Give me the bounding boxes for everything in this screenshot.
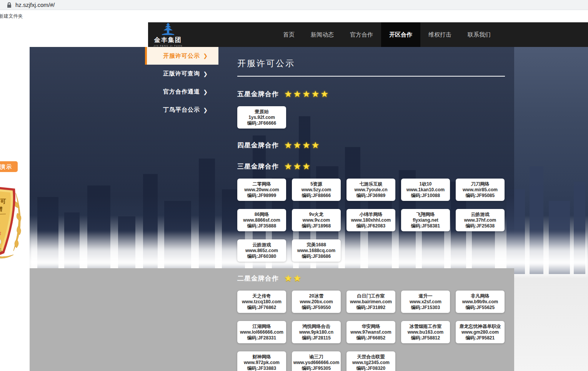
partner-card[interactable]: 道升一www.x2sf.com编码:JF15303 xyxy=(401,291,450,313)
partner-url: www.tzcq180.com xyxy=(242,299,282,305)
sidebar-item-1[interactable]: 开服许可公示❯ xyxy=(145,47,218,65)
partner-name: 道升一 xyxy=(419,293,433,299)
nav-item-4[interactable]: 开区合作 xyxy=(381,22,420,47)
browser-address-bar[interactable]: hz.szjfxj.com/#/ xyxy=(0,0,588,10)
partner-name: 白日门工作室 xyxy=(357,293,385,299)
lock-icon xyxy=(7,2,12,8)
partner-url: www.ysd666666.com xyxy=(293,360,340,366)
partner-card[interactable]: 小绵羊网络www.180xhhl.com编码:JF62083 xyxy=(346,209,395,231)
partner-card[interactable]: 鸿悦网络合击www.9pk180.cn编码:JF28115 xyxy=(292,321,341,343)
partner-code: 编码:JF36989 xyxy=(356,193,385,199)
chevron-right-icon: ❯ xyxy=(203,89,208,95)
nav-item-1[interactable]: 首页 xyxy=(275,22,303,47)
partner-code: 编码:JF62083 xyxy=(356,223,385,229)
partner-name: 9v火龙 xyxy=(309,212,323,217)
partner-card[interactable]: 飞翔网络flyxiang.net编码:JF58381 xyxy=(401,209,450,231)
nav-item-3[interactable]: 官方合作 xyxy=(342,22,381,47)
chevron-right-icon: ❯ xyxy=(203,107,208,113)
sidebar-item-label: 丁鸟平台公示 xyxy=(163,106,200,114)
partner-card[interactable]: 江湖网络www.lol666666.com编码:JF28331 xyxy=(237,321,286,343)
partner-card[interactable]: 二零网络www.20ww.com编码:JF98999 xyxy=(237,179,286,201)
bookmark-folder[interactable]: 新建文件夹 xyxy=(0,13,23,20)
partner-code: 编码:JF66666 xyxy=(247,120,276,126)
partner-card[interactable]: 华安网络www.97wansf.com编码:JF66852 xyxy=(346,321,395,343)
partner-name: 20冰雪 xyxy=(309,293,323,299)
partner-code: 编码:JF98999 xyxy=(247,193,276,199)
partner-card[interactable]: 20冰雪www.20bx.com编码:JF59550 xyxy=(292,291,341,313)
nav-item-2[interactable]: 新闻动态 xyxy=(303,22,342,47)
partner-card-grid: 天之传奇www.tzcq180.com编码:JF7686220冰雪www.20b… xyxy=(237,291,505,371)
partner-card[interactable]: 冰雪烟雨工作室www.bu163.com编码:JF58812 xyxy=(401,321,450,343)
partner-card[interactable]: 云皓游戏www.37hf.com编码:JF25638 xyxy=(456,209,505,231)
partner-url: www.tg2345.com xyxy=(352,360,390,366)
partner-url: 1ys.92f.com xyxy=(248,115,275,120)
section-4: 二星金牌合作★★天之传奇www.tzcq180.com编码:JF7686220冰… xyxy=(237,274,505,371)
nav-item-5[interactable]: 维权打击 xyxy=(420,22,460,47)
demo-tab[interactable]: 演示 xyxy=(0,161,18,172)
partner-card-grid: 壹原始1ys.92f.com编码:JF66666 xyxy=(237,106,505,129)
partner-name: 非凡网络 xyxy=(471,293,490,299)
partner-code: 编码:JF55625 xyxy=(466,305,495,311)
partner-code: 编码:JF38686 xyxy=(302,254,331,259)
partner-card[interactable]: 9v火龙www.9v.com编码:JF18968 xyxy=(292,209,341,231)
partner-card[interactable]: 86网络www.8866sf.com编码:JF35888 xyxy=(237,209,286,231)
partner-url: www.180xhhl.com xyxy=(351,217,391,223)
partner-name: 1砍10 xyxy=(419,181,431,187)
partner-url: www.lol666666.com xyxy=(240,329,283,335)
partner-card[interactable]: 七游乐互娱www.7youle.cn编码:JF36989 xyxy=(346,179,395,201)
partner-code: 编码:JF31892 xyxy=(356,305,385,311)
section-heading: 四星金牌合作★★★★ xyxy=(237,141,505,150)
chevron-right-icon: ❯ xyxy=(203,71,208,77)
partner-code: 编码:JF28331 xyxy=(247,335,276,341)
partner-name: 壹原始 xyxy=(255,109,269,115)
partner-url: www.9v.com xyxy=(303,217,330,223)
star-icons: ★★★ xyxy=(284,162,311,171)
partner-card[interactable]: 天之传奇www.tzcq180.com编码:JF76862 xyxy=(237,291,286,313)
partner-code: 编码:JF95305 xyxy=(302,366,331,371)
partner-code: 编码:JF35888 xyxy=(247,223,276,229)
partner-url: www.37hf.com xyxy=(464,217,496,223)
partner-code: 编码:JF10088 xyxy=(411,193,440,199)
partner-card[interactable]: 5资源www.5zy.com编码:JF88666 xyxy=(292,179,341,201)
badge-text-line4: 码 xyxy=(0,248,2,252)
partner-url: www.7youle.cn xyxy=(354,187,387,193)
partner-url: www.9pk180.cn xyxy=(299,329,333,335)
partner-card[interactable]: 财神网络www.972pk.com编码:JF33883 xyxy=(237,351,286,371)
site-logo[interactable]: 金丰集团 JIN FENG JI TUAN xyxy=(152,23,184,47)
nav-item-6[interactable]: 联系我们 xyxy=(460,22,499,47)
partner-card[interactable]: 天罡合击联盟www.tg2345.com编码:JF08320 xyxy=(346,351,395,371)
license-badge[interactable]: 方许可 谱 ★ 作 码 xyxy=(0,178,23,264)
partner-name: 唐龙忘忧神器单职业 xyxy=(460,324,501,329)
sidebar-item-label: 正版许可查询 xyxy=(163,70,200,77)
partner-url: www.mir85.com xyxy=(463,187,498,193)
logo-subtitle: JIN FENG JI TUAN xyxy=(153,45,183,47)
partner-name: 谕三刀 xyxy=(310,354,323,360)
partner-code: 编码:JF25638 xyxy=(466,223,495,229)
badge-text-line1: 方许可 xyxy=(0,198,6,204)
partner-card-grid: 二零网络www.20ww.com编码:JF989995资源www.5zy.com… xyxy=(237,179,505,262)
partner-card[interactable]: 唐龙忘忧神器单职业www.gm280.com编码:JF95821 xyxy=(456,321,505,343)
sidebar-item-2[interactable]: 正版许可查询❯ xyxy=(145,65,218,83)
partner-card[interactable]: 完美1688www.1688cq.com编码:JF38686 xyxy=(292,239,341,262)
partner-card[interactable]: 刀刀网络www.mir85.com编码:JF95085 xyxy=(456,179,505,201)
partner-url: www.1kan10.com xyxy=(406,187,445,193)
bookmarks-bar: 新建文件夹 xyxy=(0,10,588,22)
sidebar-item-3[interactable]: 官方合作通道❯ xyxy=(145,83,218,101)
gold-shield-icon xyxy=(0,185,15,258)
partner-card[interactable]: 壹原始1ys.92f.com编码:JF66666 xyxy=(237,106,286,129)
section-heading: 三星金牌合作★★★ xyxy=(237,162,505,171)
star-icons: ★★★★ xyxy=(284,141,320,150)
partner-card[interactable]: 1砍10www.1kan10.com编码:JF10088 xyxy=(401,179,450,201)
partner-code: 编码:JF88666 xyxy=(302,193,331,199)
sidebar-item-4[interactable]: 丁鸟平台公示❯ xyxy=(145,101,218,119)
partner-card[interactable]: 谕三刀www.ysd666666.com编码:JF95305 xyxy=(292,351,341,371)
partner-code: 编码:JF58381 xyxy=(411,223,440,229)
partner-card[interactable]: 白日门工作室www.bairimen.com编码:JF31892 xyxy=(346,291,395,313)
top-navbar: 金丰集团 JIN FENG JI TUAN 首页新闻动态官方合作开区合作维权打击… xyxy=(148,22,588,47)
partner-card[interactable]: 非凡网络www.b9b9x.com编码:JF55625 xyxy=(456,291,505,313)
partner-card[interactable]: 云皓游戏www.865z.com编码:JF60380 xyxy=(237,239,286,262)
partner-name: 刀刀网络 xyxy=(471,181,490,187)
partner-name: 飞翔网络 xyxy=(416,212,435,217)
partner-code: 编码:JF95821 xyxy=(466,335,495,341)
partner-name: 天罡合击联盟 xyxy=(357,354,385,360)
